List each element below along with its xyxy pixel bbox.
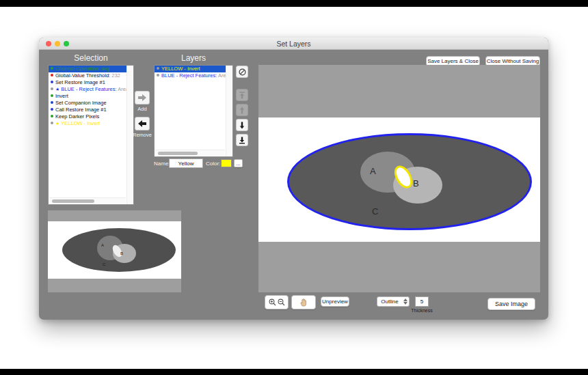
- layer-move-bottom-button[interactable]: [236, 134, 248, 146]
- list-item[interactable]: YELLOW - Invert: [155, 66, 232, 72]
- thumb-label-c: C: [103, 262, 105, 266]
- layer-move-top-button[interactable]: [236, 89, 248, 101]
- list-item[interactable]: Keep Darker Pixels: [49, 113, 133, 120]
- window-title: Set Layers: [39, 40, 548, 48]
- list-item[interactable]: Set Companion Image: [49, 100, 133, 107]
- layers-list[interactable]: YELLOW - Invert BLUE - Reject Features: …: [154, 65, 233, 157]
- star-icon: ★: [55, 121, 59, 126]
- horizontal-scrollbar[interactable]: [49, 197, 126, 204]
- star-icon: ★: [55, 87, 59, 92]
- bullet-dot: [51, 122, 53, 124]
- list-item[interactable]: Channel Operation: avg: [49, 66, 133, 72]
- list-item[interactable]: ★BLUE - Reject Features: Area 2000: [49, 86, 133, 93]
- stepper-icon: [402, 297, 409, 306]
- color-label: Color:: [206, 161, 220, 167]
- layer-color-swatch[interactable]: [221, 159, 232, 167]
- hand-icon: [299, 298, 308, 307]
- bullet-dot: [51, 101, 53, 104]
- selection-list[interactable]: Channel Operation: avg Global-Value Thre…: [48, 65, 134, 205]
- venn-label-c: C: [372, 206, 378, 217]
- list-item[interactable]: Invert: [49, 93, 133, 100]
- layer-disable-button[interactable]: [236, 66, 248, 78]
- list-item[interactable]: BLUE - Reject Features: Area 200000: [155, 72, 232, 79]
- scrollbar-thumb[interactable]: [52, 199, 94, 203]
- color-picker-more-button[interactable]: ...: [234, 159, 243, 167]
- scrollbar-thumb[interactable]: [158, 152, 198, 155]
- dropdown-selected-value: Outline: [377, 298, 402, 305]
- bullet-dot: [51, 94, 53, 97]
- main-preview-canvas[interactable]: A B C: [258, 65, 540, 292]
- list-item[interactable]: Global-Value Threshold: 232: [49, 72, 133, 79]
- bottom-black-bar: [0, 369, 588, 375]
- titlebar[interactable]: Set Layers: [39, 38, 548, 50]
- magnifier-plus-icon: [269, 298, 276, 306]
- pan-tool-button[interactable]: [291, 295, 316, 309]
- add-button-caption: Add: [135, 106, 150, 112]
- save-image-button[interactable]: Save Image: [487, 298, 535, 310]
- bullet-dot: [157, 74, 159, 77]
- venn-label-b: B: [413, 178, 419, 189]
- remove-button[interactable]: [135, 117, 150, 130]
- bullet-dot: [51, 81, 53, 83]
- layers-panel-title: Layers: [154, 53, 233, 63]
- thickness-label: Thickness: [405, 308, 439, 313]
- magnifier-minus-icon: [278, 298, 285, 306]
- layer-move-down-button[interactable]: [236, 119, 248, 131]
- circle-slash-icon: [239, 68, 246, 76]
- arrow-down-icon: [239, 122, 245, 129]
- venn-label-a: A: [370, 166, 376, 176]
- thumb-label-b: B: [120, 251, 123, 255]
- horizontal-scrollbar[interactable]: [155, 150, 225, 156]
- outline-mode-dropdown[interactable]: Outline: [377, 296, 410, 307]
- layer-move-up-button[interactable]: [236, 104, 248, 116]
- name-label: Name:: [154, 161, 170, 167]
- bullet-dot: [51, 115, 53, 117]
- list-item[interactable]: Call Restore Image #1: [49, 107, 133, 113]
- bullet-dot: [51, 108, 53, 111]
- thumbnail-preview: A B C: [48, 210, 181, 292]
- bullet-dot: [51, 67, 53, 70]
- layer-name-input[interactable]: [169, 158, 203, 168]
- arrow-down-to-bar-icon: [239, 137, 245, 144]
- thumb-label-a: A: [101, 243, 104, 247]
- bullet-dot: [51, 87, 53, 90]
- selection-panel-title: Selection: [48, 53, 134, 63]
- add-button[interactable]: [135, 91, 150, 105]
- top-black-bar: [0, 0, 588, 7]
- bullet-dot: [51, 74, 53, 77]
- list-item[interactable]: Set Restore Image #1: [49, 79, 133, 86]
- zoom-tool-button[interactable]: [265, 295, 289, 309]
- arrow-up-icon: [239, 107, 245, 114]
- thickness-input[interactable]: [415, 296, 429, 307]
- remove-button-caption: Remove: [133, 132, 152, 138]
- set-layers-window: Set Layers Save Layers & Close Close Wit…: [39, 38, 548, 320]
- vertical-scroll-track[interactable]: [226, 66, 232, 156]
- arrow-up-to-bar-icon: [239, 92, 245, 99]
- left-arrow-icon: [137, 120, 147, 127]
- bullet-dot: [157, 67, 159, 70]
- list-item[interactable]: ★YELLOW - Invert: [49, 120, 133, 127]
- unpreview-button[interactable]: Unpreview: [321, 296, 349, 307]
- right-arrow-icon: [137, 94, 147, 101]
